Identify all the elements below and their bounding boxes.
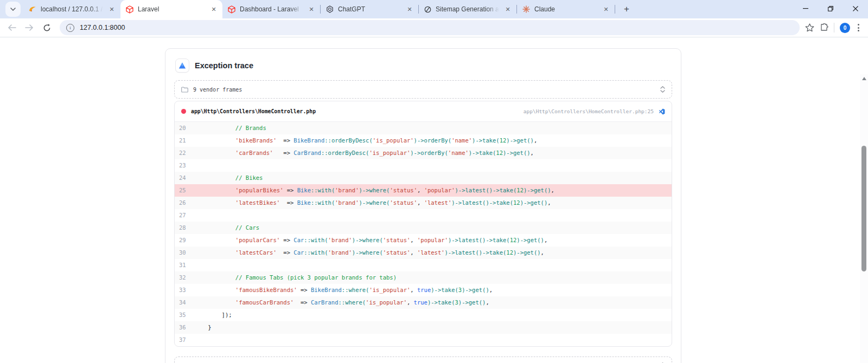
tab-close-icon[interactable]: ✕ [307,5,316,14]
line-code: 'popularCars' => Car::with('brand')->whe… [194,234,547,247]
forward-button[interactable] [22,20,37,35]
unfold-icon[interactable] [660,86,665,93]
line-number: 21 [175,134,194,147]
exception-trace-card: Exception trace 9 vendor frames app\Http… [165,48,681,363]
page-scrollbar[interactable] [860,74,868,363]
code-frame: app\Http\Controllers\HomeController.php … [174,101,672,347]
tab-close-icon[interactable]: ✕ [602,5,610,14]
tab-close-icon[interactable]: ✕ [503,5,512,14]
close-window-button[interactable] [843,0,868,17]
reload-button[interactable] [39,20,54,35]
extensions-icon[interactable] [820,23,828,32]
code-line-23: 23 [175,159,672,172]
page-content: Exception trace 9 vendor frames app\Http… [0,37,868,363]
scrollbar-thumb[interactable] [861,146,866,271]
back-button[interactable] [4,20,20,35]
new-tab-button[interactable]: + [620,2,634,16]
code-line-36: 36 } [175,321,672,334]
code-line-21: 21 'bikeBrands' => BikeBrand::orderByDes… [175,134,672,147]
tab-close-icon[interactable]: ✕ [107,5,116,14]
scroll-up-arrow-icon[interactable] [862,77,866,80]
line-code: 'latestCars' => Car::with('brand')->wher… [194,247,544,259]
line-number: 24 [175,172,194,184]
address-bar[interactable]: i 127.0.0.1:8000 [60,20,800,35]
line-number: 33 [175,284,194,296]
line-code: 'carBrands' => CarBrand::orderByDesc('is… [194,147,534,159]
browser-tab-3[interactable]: Dashboard - Laravel✕ [222,0,320,18]
laravel-icon [228,5,235,14]
line-number: 37 [175,334,194,346]
browser-tabs: localhost / 127.0.0.1 / admin-ve✕Laravel… [23,0,615,18]
browser-menu-button[interactable] [856,22,861,34]
frame-file-location: app\Http\Controllers\HomeController.php:… [524,108,654,114]
line-code: // Famous Tabs (pick 3 popular brands fo… [194,271,397,284]
line-code: // Brands [194,122,266,134]
line-number: 29 [175,234,194,247]
line-code: 'famousBikeBrands' => BikeBrand::where('… [194,284,493,296]
url-text: 127.0.0.1:8000 [80,24,125,31]
browser-tab-1[interactable]: localhost / 127.0.0.1 / admin-ve✕ [23,0,120,18]
line-number: 28 [175,222,194,234]
code-line-33: 33 'famousBikeBrands' => BikeBrand::wher… [175,284,672,296]
minimize-icon [803,8,808,9]
toolbar-divider [834,23,834,33]
code-line-34: 34 'famousCarBrands' => CarBrand::where(… [175,296,672,309]
line-number: 25 [175,184,194,197]
line-number: 31 [175,259,194,271]
line-number: 32 [175,271,194,284]
code-line-28: 28 // Cars [175,222,672,234]
line-number: 30 [175,247,194,259]
code-line-35: 35 ]); [175,309,672,321]
line-code: // Cars [194,222,259,234]
tab-close-icon[interactable]: ✕ [405,5,414,14]
tab-separator [615,5,615,14]
line-code: ]); [194,309,232,321]
code-line-25: 25 'popularBikes' => Bike::with('brand')… [175,184,672,197]
chevron-down-icon [10,8,16,11]
bookmark-star-icon[interactable] [805,23,814,32]
browser-tab-6[interactable]: Claude✕ [517,0,615,18]
line-code: 'popularBikes' => Bike::with('brand')->w… [194,184,554,197]
maximize-button[interactable] [818,0,843,17]
vendor-frames-bottom-group[interactable]: 49 vendor frames [174,356,672,363]
tab-close-icon[interactable]: ✕ [209,5,218,14]
minimize-button[interactable] [793,0,818,17]
line-code: } [194,321,212,334]
code-listing: 20 // Brands21 'bikeBrands' => BikeBrand… [175,122,672,346]
tab-title: Claude [534,5,597,13]
code-line-22: 22 'carBrands' => CarBrand::orderByDesc(… [175,147,672,159]
tab-title: Laravel [138,5,205,13]
line-number: 27 [175,209,194,222]
tab-title: ChatGPT [338,5,401,13]
reload-icon [43,24,51,32]
line-number: 20 [175,122,194,134]
site-info-icon[interactable]: i [66,24,74,32]
line-number: 36 [175,321,194,334]
line-code: 'latestBikes' => Bike::with('brand')->wh… [194,197,551,209]
browser-tab-4[interactable]: ChatGPT✕ [321,0,418,18]
profile-avatar[interactable]: 0 [840,23,850,33]
folder-icon [181,87,188,93]
slash-circle-icon [424,6,431,13]
code-line-24: 24 // Bikes [175,172,672,184]
code-line-31: 31 [175,259,672,271]
forward-icon [25,24,34,31]
exception-trace-header: Exception trace [175,59,672,73]
tab-title: Sitemap Generation and Updat [436,5,499,13]
open-in-editor-icon[interactable] [659,108,665,115]
vendor-frames-top-group[interactable]: 9 vendor frames [174,80,672,99]
line-code: 'famousCarBrands' => CarBrand::where('is… [194,296,489,309]
browser-tab-5[interactable]: Sitemap Generation and Updat✕ [419,0,516,18]
code-line-29: 29 'popularCars' => Car::with('brand')->… [175,234,672,247]
tab-search-button[interactable] [5,2,21,17]
close-icon [853,6,858,11]
browser-tab-2[interactable]: Laravel✕ [120,0,222,18]
line-code: // Bikes [194,172,263,184]
window-controls [793,0,868,17]
line-number: 23 [175,159,194,172]
triangle-icon [178,62,186,69]
tab-title: Dashboard - Laravel [240,5,303,13]
panel-title: Exception trace [195,61,253,70]
restore-icon [828,6,833,11]
chatgpt-icon [326,5,334,13]
